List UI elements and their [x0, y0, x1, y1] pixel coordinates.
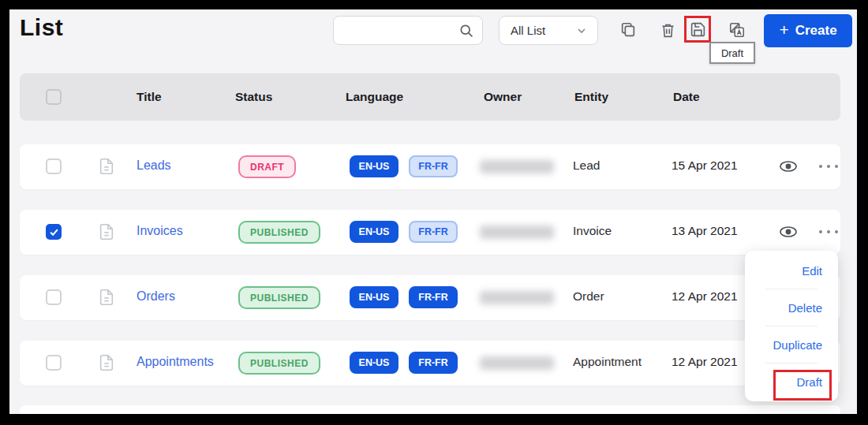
- date-cell: 15 Apr 2021: [672, 158, 738, 173]
- page-canvas: List All List + Create: [9, 9, 857, 414]
- language-badge-fr-fr: FR-FR: [409, 155, 458, 177]
- column-header-owner: Owner: [484, 90, 522, 104]
- language-badge-en-us: EN-US: [350, 221, 398, 243]
- table-row-partial: [20, 405, 840, 414]
- plus-icon: +: [779, 21, 788, 39]
- chevron-down-icon: [575, 24, 588, 37]
- language-badge-en-us: EN-US: [350, 155, 398, 177]
- table-row: Orders PUBLISHED EN-US FR-FR Order 12 Ap…: [20, 275, 840, 320]
- document-icon: [98, 354, 115, 371]
- table-row: Appointments PUBLISHED EN-US FR-FR Appoi…: [20, 341, 840, 386]
- row-checkbox[interactable]: [46, 355, 62, 371]
- language-badge-en-us: EN-US: [350, 286, 398, 308]
- table-row: Invoices PUBLISHED EN-US FR-FR Invoice 1…: [20, 210, 840, 255]
- column-header-entity: Entity: [574, 90, 608, 104]
- entity-cell: Order: [573, 289, 604, 304]
- document-icon: [98, 289, 115, 306]
- row-checkbox[interactable]: [46, 289, 62, 305]
- column-header-status: Status: [235, 90, 272, 104]
- screenshot-frame: List All List + Create: [0, 0, 868, 425]
- search-icon[interactable]: [458, 23, 474, 39]
- column-header-date: Date: [673, 90, 700, 104]
- page-title: List: [20, 14, 63, 41]
- column-header-language: Language: [346, 90, 403, 104]
- more-actions-icon[interactable]: [819, 230, 838, 233]
- row-title-link[interactable]: Leads: [137, 158, 171, 173]
- owner-redacted: [480, 356, 554, 370]
- date-cell: 13 Apr 2021: [672, 224, 738, 238]
- owner-redacted: [480, 226, 554, 239]
- preview-eye-icon[interactable]: [778, 224, 799, 240]
- save-draft-icon[interactable]: [687, 18, 709, 40]
- context-menu-item-delete[interactable]: Delete: [745, 289, 838, 326]
- row-title-link[interactable]: Invoices: [137, 224, 183, 238]
- draft-tooltip-label: Draft: [721, 47, 743, 59]
- more-actions-icon[interactable]: [819, 165, 838, 168]
- list-filter-dropdown[interactable]: All List: [499, 16, 598, 45]
- create-button[interactable]: + Create: [764, 14, 852, 47]
- status-badge: PUBLISHED: [238, 221, 320, 244]
- row-checkbox[interactable]: [46, 224, 62, 240]
- search-box[interactable]: [333, 16, 483, 45]
- search-input[interactable]: [343, 24, 458, 37]
- row-title-link[interactable]: Appointments: [137, 355, 214, 369]
- owner-redacted: [480, 291, 554, 304]
- context-menu-item-draft[interactable]: Draft: [745, 363, 838, 400]
- table-row: Leads DRAFT EN-US FR-FR Lead 15 Apr 2021: [20, 144, 840, 189]
- row-checkbox[interactable]: [46, 158, 62, 174]
- document-icon: [98, 223, 115, 240]
- duplicate-icon[interactable]: [617, 19, 639, 41]
- status-badge: DRAFT: [238, 155, 296, 178]
- entity-cell: Lead: [573, 158, 600, 173]
- entity-cell: Invoice: [573, 224, 612, 238]
- row-title-link[interactable]: Orders: [137, 289, 175, 304]
- row-context-menu: Edit Delete Duplicate Draft: [745, 251, 838, 401]
- language-badge-fr-fr: FR-FR: [409, 221, 458, 243]
- date-cell: 12 Apr 2021: [672, 355, 738, 369]
- preview-eye-icon[interactable]: [778, 158, 799, 174]
- context-menu-item-duplicate[interactable]: Duplicate: [745, 326, 838, 363]
- owner-redacted: [480, 160, 554, 173]
- table-header: Title Status Language Owner Entity Date: [20, 73, 840, 121]
- translate-icon[interactable]: [726, 19, 748, 41]
- document-icon: [98, 158, 115, 175]
- select-all-checkbox[interactable]: [46, 89, 62, 105]
- entity-cell: Appointment: [573, 355, 642, 369]
- delete-icon[interactable]: [657, 19, 679, 41]
- language-badge-fr-fr: FR-FR: [409, 286, 458, 308]
- language-badge-fr-fr: FR-FR: [409, 352, 458, 374]
- list-filter-value: All List: [511, 24, 545, 37]
- context-menu-item-edit[interactable]: Edit: [745, 252, 838, 289]
- date-cell: 12 Apr 2021: [672, 289, 738, 304]
- create-button-label: Create: [795, 23, 837, 39]
- status-badge: PUBLISHED: [238, 352, 320, 375]
- language-badge-en-us: EN-US: [350, 352, 398, 374]
- draft-tooltip: Draft: [709, 42, 755, 64]
- status-badge: PUBLISHED: [238, 286, 320, 309]
- column-header-title: Title: [137, 90, 162, 104]
